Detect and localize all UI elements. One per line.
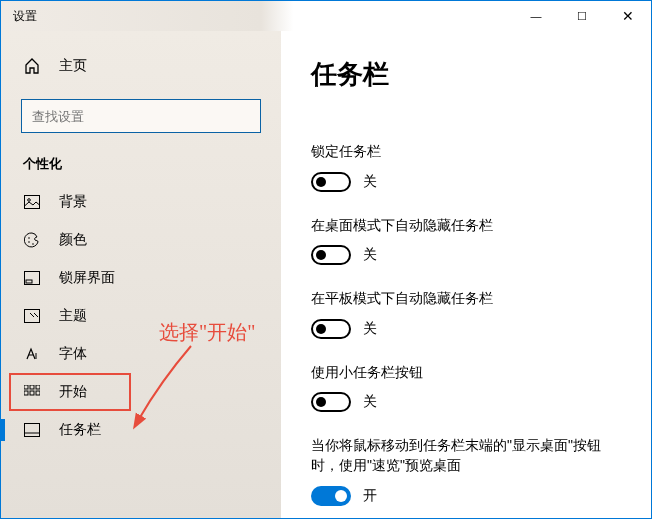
svg-rect-6 xyxy=(26,280,32,283)
setting-label: 使用小任务栏按钮 xyxy=(311,363,621,383)
search-input[interactable] xyxy=(30,108,252,125)
sidebar-item-start[interactable]: 开始 xyxy=(9,373,131,411)
toggle-state-text: 关 xyxy=(363,393,377,411)
svg-rect-0 xyxy=(25,196,40,209)
content-pane: 任务栏 锁定任务栏 关 在桌面模式下自动隐藏任务栏 关 在平板模式下自动隐藏任务… xyxy=(281,31,651,518)
toggle-state-text: 关 xyxy=(363,320,377,338)
window-controls: — ☐ ✕ xyxy=(513,1,651,31)
maximize-button[interactable]: ☐ xyxy=(559,1,605,31)
toggle-state-text: 关 xyxy=(363,246,377,264)
setting-label: 锁定任务栏 xyxy=(311,142,621,162)
sidebar-item-colors[interactable]: 颜色 xyxy=(1,221,281,259)
palette-icon xyxy=(23,232,41,248)
titlebar: 设置 — ☐ ✕ xyxy=(1,1,651,31)
font-icon xyxy=(23,347,41,361)
svg-rect-9 xyxy=(30,385,34,389)
page-title: 任务栏 xyxy=(311,57,621,92)
lockscreen-icon xyxy=(23,271,41,285)
home-icon xyxy=(23,58,41,74)
themes-icon xyxy=(23,309,41,323)
setting-autohide-tablet: 在平板模式下自动隐藏任务栏 关 xyxy=(311,289,621,339)
setting-autohide-desktop: 在桌面模式下自动隐藏任务栏 关 xyxy=(311,216,621,266)
svg-rect-12 xyxy=(30,391,34,395)
close-button[interactable]: ✕ xyxy=(605,1,651,31)
home-label: 主页 xyxy=(59,57,87,75)
setting-label: 在桌面模式下自动隐藏任务栏 xyxy=(311,216,621,236)
toggle-autohide-tablet[interactable] xyxy=(311,319,351,339)
svg-rect-13 xyxy=(36,391,40,395)
section-personalization: 个性化 xyxy=(1,151,281,183)
picture-icon xyxy=(23,195,41,209)
settings-window: 设置 — ☐ ✕ 主页 个性化 背景 xyxy=(0,0,652,519)
start-icon xyxy=(23,385,41,399)
svg-point-2 xyxy=(28,237,30,239)
toggle-lock-taskbar[interactable] xyxy=(311,172,351,192)
toggle-peek-desktop[interactable] xyxy=(311,486,351,506)
setting-label: 当你将鼠标移动到任务栏末端的"显示桌面"按钮时，使用"速览"预览桌面 xyxy=(311,436,621,475)
sidebar-item-label: 主题 xyxy=(59,307,87,325)
sidebar-item-label: 锁屏界面 xyxy=(59,269,115,287)
taskbar-icon xyxy=(23,423,41,437)
sidebar-item-label: 开始 xyxy=(59,383,87,401)
svg-rect-10 xyxy=(36,385,40,389)
window-body: 主页 个性化 背景 颜色 xyxy=(1,31,651,518)
svg-rect-8 xyxy=(24,385,28,389)
minimize-button[interactable]: — xyxy=(513,1,559,31)
svg-rect-11 xyxy=(24,391,28,395)
sidebar-item-label: 任务栏 xyxy=(59,421,101,439)
home-button[interactable]: 主页 xyxy=(1,49,281,83)
setting-lock-taskbar: 锁定任务栏 关 xyxy=(311,142,621,192)
toggle-state-text: 关 xyxy=(363,173,377,191)
svg-point-4 xyxy=(32,243,34,245)
setting-small-buttons: 使用小任务栏按钮 关 xyxy=(311,363,621,413)
toggle-small-buttons[interactable] xyxy=(311,392,351,412)
window-title: 设置 xyxy=(1,8,37,25)
sidebar-item-lockscreen[interactable]: 锁屏界面 xyxy=(1,259,281,297)
setting-label: 在平板模式下自动隐藏任务栏 xyxy=(311,289,621,309)
sidebar: 主页 个性化 背景 颜色 xyxy=(1,31,281,518)
sidebar-item-label: 颜色 xyxy=(59,231,87,249)
sidebar-item-background[interactable]: 背景 xyxy=(1,183,281,221)
setting-peek-desktop: 当你将鼠标移动到任务栏末端的"显示桌面"按钮时，使用"速览"预览桌面 开 xyxy=(311,436,621,505)
sidebar-item-label: 背景 xyxy=(59,193,87,211)
sidebar-item-taskbar[interactable]: 任务栏 xyxy=(1,411,281,449)
svg-rect-14 xyxy=(25,424,40,437)
sidebar-item-label: 字体 xyxy=(59,345,87,363)
svg-point-3 xyxy=(28,241,30,243)
annotation-text: 选择"开始" xyxy=(159,319,255,346)
search-box[interactable] xyxy=(21,99,261,133)
toggle-state-text: 开 xyxy=(363,487,377,505)
svg-point-1 xyxy=(28,199,31,202)
toggle-autohide-desktop[interactable] xyxy=(311,245,351,265)
